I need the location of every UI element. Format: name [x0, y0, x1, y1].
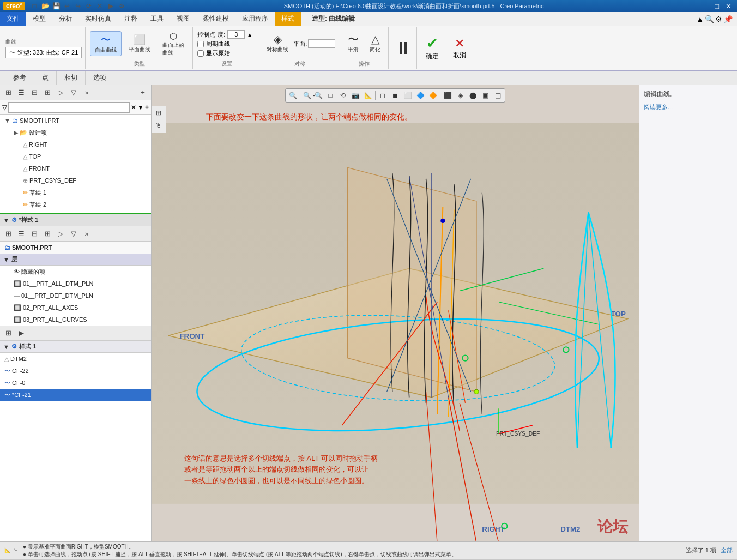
- vp-display5[interactable]: 🔶: [427, 90, 439, 101]
- menu-annotate[interactable]: 注释: [118, 12, 144, 26]
- vp-more4[interactable]: ▣: [479, 90, 491, 101]
- vert-select[interactable]: ⊞: [152, 107, 165, 119]
- subtab-tangent[interactable]: 相切: [57, 71, 86, 85]
- period-checkbox[interactable]: [197, 41, 204, 47]
- tree-item-smooth[interactable]: ▼ 🗂 SMOOTH.PRT: [0, 115, 151, 127]
- menu-style[interactable]: 样式: [275, 12, 301, 26]
- section3-header[interactable]: ▼ ⚙ 样式 1: [0, 341, 151, 353]
- vp-display3[interactable]: ⬜: [402, 90, 414, 101]
- all-label[interactable]: 全部: [721, 546, 733, 555]
- confirm-button[interactable]: ✔ 确定: [421, 33, 443, 63]
- vp-rotate[interactable]: ⟲: [337, 90, 349, 101]
- vert-cursor[interactable]: 🖱: [152, 119, 165, 131]
- vp-zoom-out[interactable]: -🔍: [312, 90, 324, 101]
- tree-item-sketch1[interactable]: ✏ 草绘 1: [0, 186, 151, 198]
- free-curve-btn[interactable]: 〜 自由曲线: [90, 31, 122, 56]
- tree-item-design[interactable]: ▶ 📂 设计项: [0, 127, 151, 139]
- menu-flex[interactable]: 柔性建模: [196, 12, 235, 26]
- status-icon2[interactable]: 🖱: [13, 547, 19, 553]
- pt1-arrow[interactable]: ▷: [55, 87, 67, 98]
- degree-spin-up[interactable]: ▲: [247, 32, 252, 38]
- pt1-list[interactable]: ☰: [15, 87, 27, 98]
- section2-header[interactable]: ▼ ⚙ *样式 1: [0, 214, 151, 226]
- search-add[interactable]: +: [145, 104, 149, 111]
- subtab-ref[interactable]: 参考: [5, 71, 34, 85]
- pt1-filter[interactable]: ▽: [68, 87, 80, 98]
- layer-curves[interactable]: 🔲 03_PRT_ALL_CURVES: [0, 314, 151, 326]
- smooth-btn[interactable]: 〜 平滑: [343, 32, 363, 55]
- close-button[interactable]: ✕: [723, 2, 734, 10]
- pt2-b2[interactable]: ☰: [15, 228, 27, 239]
- pt1-b4[interactable]: ⊞: [41, 87, 53, 98]
- tree-item-sketch2[interactable]: ✏ 草绘 2: [0, 198, 151, 210]
- nav-search[interactable]: 🔍: [705, 15, 714, 23]
- tree-item-front[interactable]: △ FRONT: [0, 162, 151, 174]
- pt2-b4[interactable]: ⊞: [41, 228, 53, 239]
- menu-sim[interactable]: 实时仿真: [78, 12, 118, 26]
- qa-new[interactable]: □: [29, 1, 39, 11]
- vp-camera[interactable]: 📷: [349, 90, 361, 101]
- display-checkbox[interactable]: [197, 50, 204, 57]
- nav-up[interactable]: ▲: [696, 15, 704, 23]
- pt2-b3[interactable]: ⊟: [28, 228, 40, 239]
- vp-more3[interactable]: ⬤: [467, 90, 479, 101]
- tree3-cf22[interactable]: 〜 CF-22: [0, 365, 151, 377]
- curve-selector[interactable]: 〜 造型: 323: 曲线: CF-21: [5, 47, 82, 58]
- vp-zoom-in[interactable]: +🔍: [299, 90, 311, 101]
- qa-stop[interactable]: ✕: [95, 1, 105, 11]
- sym-curve-btn[interactable]: ◈ 对称曲线: [264, 32, 291, 55]
- layer-all-dtm[interactable]: 🔲 01__PRT_ALL_DTM_PLN: [0, 278, 151, 290]
- qa-open[interactable]: 📂: [40, 1, 50, 11]
- pt1-add[interactable]: +: [137, 87, 149, 98]
- menu-model[interactable]: 模型: [26, 12, 52, 26]
- vp-display2[interactable]: ◼: [389, 90, 401, 101]
- layers-header[interactable]: ▼ 层: [0, 254, 151, 266]
- tree2-root[interactable]: 🗂 SMOOTH.PRT: [0, 242, 151, 254]
- pt1-cols[interactable]: ⊟: [28, 87, 40, 98]
- tree-item-prt-csys[interactable]: ⊕ PRT_CSYS_DEF: [0, 174, 151, 186]
- simplify-btn[interactable]: △ 简化: [365, 32, 385, 55]
- subtab-options[interactable]: 选项: [86, 71, 114, 85]
- qa-save[interactable]: 💾: [51, 1, 61, 11]
- sym-plane-input[interactable]: [308, 39, 335, 48]
- search-input[interactable]: [8, 102, 130, 113]
- pt2-b5[interactable]: ▷: [55, 228, 67, 239]
- nav-pin[interactable]: 📌: [723, 15, 733, 23]
- qa-play[interactable]: ▶: [106, 1, 116, 11]
- nav-settings[interactable]: ⚙: [715, 15, 722, 23]
- pt2-more[interactable]: »: [81, 228, 93, 239]
- help-link[interactable]: 阅读更多...: [644, 103, 733, 111]
- search-dropdown[interactable]: ▼: [137, 104, 144, 111]
- pt1-grid[interactable]: ⊞: [2, 87, 14, 98]
- menu-tools[interactable]: 工具: [144, 12, 170, 26]
- degree-input[interactable]: [227, 30, 245, 39]
- qa-regen[interactable]: ⟳: [84, 1, 94, 11]
- pt3-grid[interactable]: ⊞: [2, 328, 14, 339]
- maximize-button[interactable]: □: [712, 2, 721, 10]
- pt2-b1[interactable]: ⊞: [2, 228, 14, 239]
- vp-zoom-fit[interactable]: 🔍: [287, 90, 299, 101]
- search-clear-icon[interactable]: ✕: [131, 104, 136, 111]
- qa-settings[interactable]: ⚙: [117, 1, 126, 11]
- cancel-button[interactable]: ✕ 取消: [449, 34, 470, 62]
- tree3-cf0[interactable]: 〜 CF-0: [0, 377, 151, 389]
- tree3-dtm2[interactable]: △ DTM2: [0, 353, 151, 365]
- vp-display4[interactable]: 🔷: [414, 90, 426, 101]
- layer-axes[interactable]: 🔲 02_PRT_ALL_AXES: [0, 302, 151, 314]
- layer-def-dtm[interactable]: — 01__PRT_DEF_DTM_PLN: [0, 290, 151, 302]
- tree3-cf21[interactable]: 〜 *CF-21: [0, 389, 151, 401]
- vp-more5[interactable]: ◫: [492, 90, 504, 101]
- vp-perspective[interactable]: 📐: [362, 90, 374, 101]
- subtab-point[interactable]: 点: [34, 71, 57, 85]
- vp-more1[interactable]: ⬛: [442, 90, 454, 101]
- minimize-button[interactable]: —: [699, 2, 710, 10]
- vp-box[interactable]: □: [324, 90, 336, 101]
- pt2-b6[interactable]: ▽: [68, 228, 80, 239]
- surface-curve-btn[interactable]: ⬡ 曲面上的曲线: [158, 29, 189, 59]
- menu-analysis[interactable]: 分析: [52, 12, 78, 26]
- vp-more2[interactable]: ◈: [454, 90, 466, 101]
- pt3-play[interactable]: ▶: [15, 328, 27, 339]
- pause-btn[interactable]: ⏸: [395, 38, 412, 58]
- status-icon1[interactable]: 📐: [4, 547, 11, 553]
- tree-item-top[interactable]: △ TOP: [0, 150, 151, 162]
